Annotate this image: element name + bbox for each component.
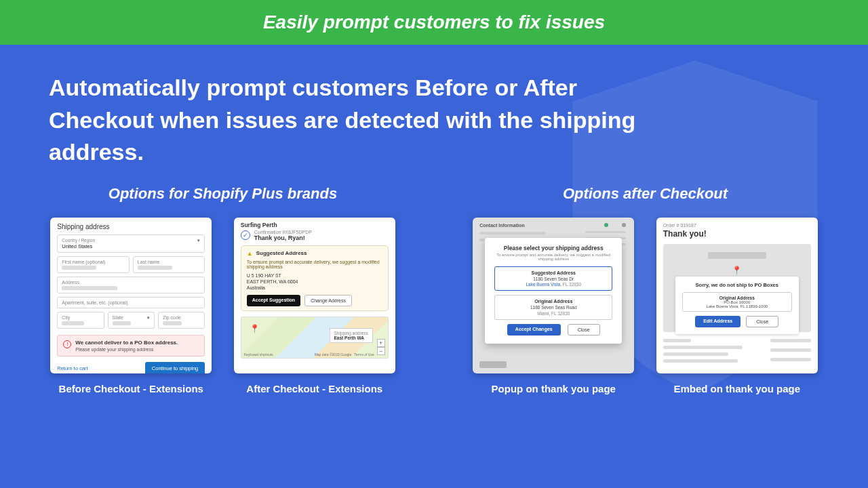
error-banner: ! We cannot deliver to a PO Box address.… [57,335,205,357]
suggested-option[interactable]: Suggested Address 1180 Seven Seas Dr Lak… [494,266,612,291]
right-column-title: Options after Checkout [471,185,819,203]
map-pin-icon: 📍 [250,324,260,333]
accept-suggestion-button[interactable]: Accept Suggestion [247,295,300,306]
checkout-form-card: Shipping address Country / Region United… [50,218,212,373]
card-a-caption: Before Checkout - Extensions [59,383,203,394]
last-name-field[interactable]: Last name [133,256,205,273]
card-d-caption: Embed on thank you page [673,383,800,394]
country-select[interactable]: Country / Region United States [57,235,205,253]
checkmark-icon: ✓ [241,230,250,240]
thank-you-title: Thank you! [663,229,811,239]
header-bar: Easily prompt customers to fix issues [0,0,868,45]
first-name-field[interactable]: First name (optional) [57,256,130,273]
card-b-caption: After Checkout - Extensions [246,383,382,394]
shipping-heading: Shipping address [57,223,205,230]
card-embed-thankyou: Order # 019187 Thank you! 📍 Sorry, we do… [655,218,820,394]
address-field[interactable]: Address [57,277,205,293]
edit-address-button[interactable]: Edit Address [695,316,741,327]
popup-card: Contact Information Please select your s… [473,218,634,373]
address-modal: Please select your shipping address To e… [485,238,622,344]
left-column: Options for Shopify Plus brands Shipping… [49,185,397,394]
embed-panel: Sorry, we do not ship to PO Boxes Origin… [675,277,799,334]
continue-button[interactable]: Continue to shipping [145,362,205,373]
close-button[interactable]: Close [568,324,600,336]
return-to-cart-link[interactable]: Return to cart [57,365,87,371]
confirmation-card: Surfing Perth ✓ Confirmation #X8JF5DPDP … [234,218,395,373]
original-address-box: Original Address PO Box 10000 Lake Buena… [682,292,792,312]
store-name: Surfing Perth [234,218,395,230]
columns: Options for Shopify Plus brands Shipping… [0,185,868,394]
zip-field[interactable]: Zip code [158,312,205,329]
accept-changes-button[interactable]: Accept Changes [507,324,561,336]
left-column-title: Options for Shopify Plus brands [49,185,397,203]
close-button[interactable]: Close [746,316,778,327]
right-column: Options after Checkout Contact Informati… [471,185,819,394]
card-c-caption: Popup on thank you page [492,383,616,394]
hero-text: Automatically prompt customers Before or… [0,45,712,185]
apt-field[interactable]: Apartment, suite, etc. (optional) [57,297,205,308]
map-zoom[interactable]: +− [377,339,385,355]
card-after-checkout-ext: Surfing Perth ✓ Confirmation #X8JF5DPDP … [233,218,397,394]
original-option[interactable]: Original Address 1180 Seven Seas Road Mi… [494,295,612,320]
embed-card: Order # 019187 Thank you! 📍 Sorry, we do… [656,218,818,373]
map-label: Shipping address East Perth WA [330,328,373,343]
suggested-address-box: ▲Suggested Address To ensure prompt and … [241,245,389,311]
card-before-checkout: Shipping address Country / Region United… [49,218,214,394]
warning-icon: ▲ [247,250,253,257]
change-address-button[interactable]: Change Address [304,295,352,306]
embed-map: 📍 Sorry, we do not ship to PO Boxes Orig… [663,244,811,332]
skeleton-below [663,339,811,366]
map-preview: 📍 Shipping address East Perth WA +− Keyb… [241,317,389,359]
card-popup-thankyou: Contact Information Please select your s… [471,218,636,394]
error-icon: ! [63,340,71,348]
map-pin-icon: 📍 [732,266,742,275]
header-title: Easily prompt customers to fix issues [263,12,605,33]
city-field[interactable]: City [57,312,104,329]
state-field[interactable]: State [108,312,155,329]
modal-title: Please select your shipping address [494,245,612,251]
order-number: Order # 019187 [663,223,811,228]
